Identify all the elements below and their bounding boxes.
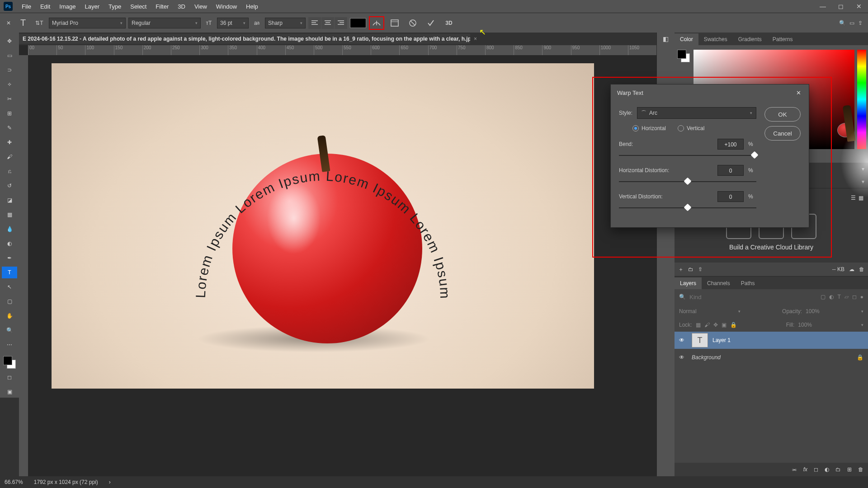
tab-paths[interactable]: Paths: [736, 277, 760, 289]
crop-tool[interactable]: ✂: [2, 93, 17, 105]
search-icon[interactable]: 🔍: [679, 294, 686, 300]
menu-window[interactable]: Window: [212, 3, 241, 10]
add-library-button[interactable]: ＋: [678, 266, 684, 273]
library-cloud-icon[interactable]: ☁: [849, 266, 854, 272]
frame-tool[interactable]: ⊞: [2, 108, 17, 119]
fill-value[interactable]: 100%: [798, 322, 812, 328]
cancel-button[interactable]: Cancel: [764, 126, 801, 141]
layer-kind-filter[interactable]: [689, 294, 721, 300]
more-tools[interactable]: ⋯: [2, 339, 17, 351]
menu-image[interactable]: Image: [55, 3, 80, 10]
layer-effects-icon[interactable]: fx: [803, 466, 807, 473]
zoom-level[interactable]: 66.67%: [5, 479, 23, 485]
eraser-tool[interactable]: ◪: [2, 194, 17, 206]
filter-type-icon[interactable]: T: [837, 294, 840, 300]
document-tab[interactable]: E 2024-06-16 12.15.22 - A detailed photo…: [18, 34, 470, 44]
align-left-button[interactable]: [308, 17, 321, 29]
rectangle-tool[interactable]: ▢: [2, 296, 17, 307]
menu-type[interactable]: Type: [104, 3, 126, 10]
tab-patterns[interactable]: Patterns: [767, 33, 798, 45]
search-icon[interactable]: 🔍: [839, 20, 846, 26]
lock-transparency-icon[interactable]: ▦: [696, 322, 701, 328]
clone-stamp-tool[interactable]: ⎌: [2, 165, 17, 177]
layer-visibility-toggle[interactable]: 👁: [679, 337, 687, 343]
screen-mode-toggle[interactable]: ▣: [2, 386, 17, 398]
quick-mask-toggle[interactable]: ◻: [2, 371, 17, 383]
filter-smart-icon[interactable]: ◻: [852, 294, 857, 300]
share-icon[interactable]: ⇪: [858, 20, 863, 26]
cancel-edits-button[interactable]: [405, 16, 420, 30]
library-folder-button[interactable]: 🗀: [688, 266, 693, 272]
lock-position-icon[interactable]: ✥: [713, 322, 718, 328]
color-fg-bg[interactable]: [677, 50, 690, 62]
adjustment-layer-icon[interactable]: ◐: [825, 466, 829, 473]
maximize-button[interactable]: ◻: [832, 0, 850, 13]
ok-button[interactable]: OK: [764, 107, 801, 122]
h-distort-input[interactable]: 0: [717, 165, 744, 176]
font-family-select[interactable]: Myriad Pro▾: [49, 18, 126, 28]
horizontal-radio[interactable]: Horizontal: [632, 125, 666, 131]
panel-icon[interactable]: ◧: [663, 35, 669, 42]
warp-text-button[interactable]: [369, 16, 384, 30]
magic-wand-tool[interactable]: ✧: [2, 79, 17, 90]
menu-help[interactable]: Help: [241, 3, 263, 10]
tab-swatches[interactable]: Swatches: [698, 33, 733, 45]
layer-mask-icon[interactable]: ◻: [814, 466, 818, 473]
filter-adjustment-icon[interactable]: ◐: [829, 294, 834, 300]
commit-edits-button[interactable]: [423, 16, 439, 30]
canvas-text-layer[interactable]: Lorem Ipsum Lorem Ipsum Lorem Ipsum Lore…: [178, 99, 467, 389]
tab-gradients[interactable]: Gradients: [733, 33, 767, 45]
align-right-button[interactable]: [335, 17, 347, 29]
lasso-tool[interactable]: ⊃: [2, 64, 17, 76]
brush-tool[interactable]: 🖌: [2, 151, 17, 163]
layer-name[interactable]: Layer 1: [712, 337, 731, 343]
history-brush-tool[interactable]: ↺: [2, 180, 17, 192]
menu-view[interactable]: View: [190, 3, 212, 10]
tab-layers[interactable]: Layers: [675, 277, 702, 289]
text-orientation-toggle[interactable]: ⇅T: [33, 16, 46, 30]
vertical-radio[interactable]: Vertical: [678, 125, 704, 131]
font-size-select[interactable]: 36 pt▾: [217, 18, 249, 28]
3d-text-button[interactable]: 3D: [441, 16, 457, 30]
link-layers-icon[interactable]: ⫘: [792, 466, 797, 473]
anti-alias-select[interactable]: Sharp▾: [265, 18, 306, 28]
blend-mode-select[interactable]: Normal: [679, 308, 697, 314]
font-weight-select[interactable]: Regular▾: [128, 18, 201, 28]
eyedropper-tool[interactable]: ✎: [2, 122, 17, 134]
hand-tool[interactable]: ✋: [2, 310, 17, 322]
layer-group-icon[interactable]: 🗀: [835, 466, 841, 473]
canvas[interactable]: Lorem Ipsum Lorem Ipsum Lorem Ipsum Lore…: [52, 63, 594, 389]
delete-layer-icon[interactable]: 🗑: [858, 466, 863, 473]
h-distort-slider[interactable]: [619, 178, 756, 186]
v-distort-slider[interactable]: [619, 204, 756, 212]
workspace-icon[interactable]: ▭: [849, 20, 854, 26]
home-icon[interactable]: ✕: [4, 18, 14, 28]
layer-item[interactable]: 👁 Background 🔒: [675, 349, 868, 366]
layer-name[interactable]: Background: [692, 354, 721, 361]
layer-visibility-toggle[interactable]: 👁: [679, 354, 687, 361]
close-button[interactable]: ✕: [850, 0, 868, 13]
zoom-tool[interactable]: 🔍: [2, 324, 17, 336]
blur-tool[interactable]: 💧: [2, 223, 17, 235]
library-trash-icon[interactable]: 🗑: [859, 266, 864, 272]
filter-shape-icon[interactable]: ▱: [844, 294, 849, 300]
bend-slider[interactable]: [619, 151, 756, 160]
type-tool[interactable]: T: [2, 267, 17, 278]
character-panel-button[interactable]: [387, 16, 402, 30]
dialog-close-button[interactable]: ✕: [794, 89, 802, 97]
library-upload-button[interactable]: ⇧: [698, 266, 703, 272]
minimize-button[interactable]: —: [814, 0, 832, 13]
bend-input[interactable]: +100: [717, 139, 744, 150]
menu-layer[interactable]: Layer: [80, 3, 104, 10]
menu-select[interactable]: Select: [126, 3, 151, 10]
opacity-value[interactable]: 100%: [806, 308, 820, 314]
path-selection-tool[interactable]: ↖: [2, 281, 17, 293]
menu-filter[interactable]: Filter: [151, 3, 173, 10]
v-distort-input[interactable]: 0: [717, 191, 744, 202]
filter-toggle[interactable]: ●: [860, 294, 863, 300]
lock-artboard-icon[interactable]: ▣: [722, 322, 726, 328]
warp-style-select[interactable]: ⌒ Arc ▾: [637, 107, 756, 119]
marquee-tool[interactable]: ▭: [2, 50, 17, 61]
lock-pixels-icon[interactable]: 🖌: [704, 322, 710, 328]
document-info[interactable]: 1792 px x 1024 px (72 ppi): [34, 479, 98, 485]
